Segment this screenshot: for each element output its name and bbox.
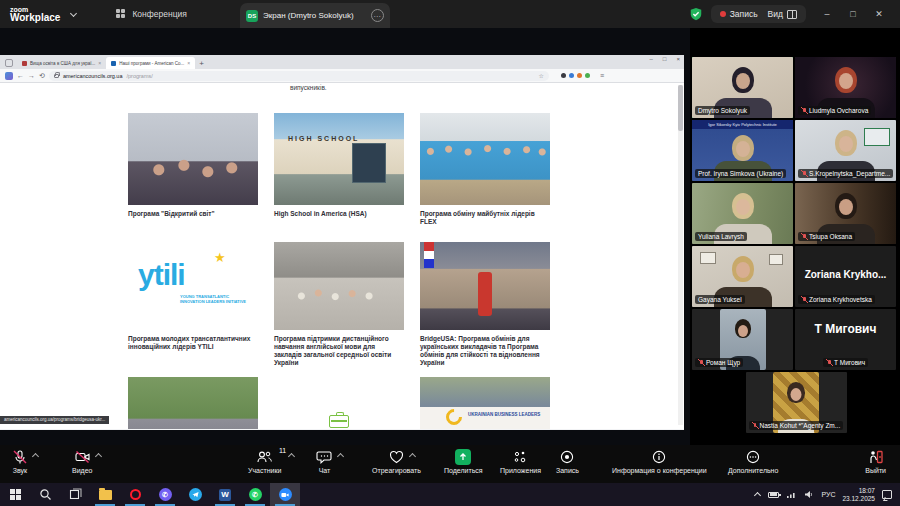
- maximize-button[interactable]: □: [840, 0, 866, 28]
- audio-options-chevron[interactable]: [32, 452, 39, 459]
- tab-conference[interactable]: Конференция: [116, 9, 186, 19]
- video-options-chevron[interactable]: [95, 452, 102, 459]
- program-card-internships[interactable]: Exchanges to Internships: [274, 377, 404, 429]
- webpage-content: випускників. Програма "Відкритий світ" H…: [0, 83, 684, 429]
- record-button[interactable]: Запись: [556, 448, 579, 474]
- taskbar-clock[interactable]: 18:07 23.12.2025: [842, 487, 875, 503]
- more-button[interactable]: Дополнительно: [728, 448, 778, 474]
- task-view-icon: [69, 488, 82, 501]
- tab1-close-icon[interactable]: ×: [98, 60, 101, 66]
- taskbar-word[interactable]: W: [210, 483, 240, 506]
- browser-minimize-button[interactable]: –: [650, 56, 653, 62]
- taskbar-telegram[interactable]: [180, 483, 210, 506]
- meeting-info-button[interactable]: Информация о конференции: [612, 448, 707, 474]
- participant-tile-yuliana[interactable]: Yuliana Lavrysh: [692, 183, 793, 244]
- whatsapp-icon: ✆: [249, 488, 262, 501]
- battery-icon[interactable]: [768, 492, 779, 498]
- taskbar-search-button[interactable]: [30, 483, 60, 506]
- tab-options-icon[interactable]: ...: [371, 9, 384, 22]
- react-options-chevron[interactable]: [409, 452, 416, 459]
- network-icon[interactable]: [786, 490, 797, 499]
- tab1-favicon: [22, 61, 27, 66]
- program-card-english-support[interactable]: Програма підтримки дистанційного навчанн…: [274, 242, 404, 367]
- participant-tile-mygovych[interactable]: Т Мигович Т Мигович: [795, 309, 896, 370]
- participant-tile-kropelnytska[interactable]: S.Kropelnytska_Departme...: [795, 120, 896, 181]
- search-icon: [39, 488, 52, 501]
- notification-center-icon[interactable]: [882, 490, 892, 499]
- new-tab-button[interactable]: +: [199, 59, 204, 68]
- chat-options-chevron[interactable]: [337, 452, 344, 459]
- taskbar-whatsapp[interactable]: ✆: [240, 483, 270, 506]
- taskbar-file-explorer[interactable]: [90, 483, 120, 506]
- browser-maximize-button[interactable]: □: [663, 56, 667, 62]
- participants-button[interactable]: 11 Участники: [248, 448, 281, 474]
- program-card-outdoor[interactable]: [128, 377, 258, 429]
- tab2-favicon: [111, 61, 116, 66]
- close-button[interactable]: ✕: [866, 0, 892, 28]
- react-button[interactable]: Отреагировать: [372, 448, 421, 474]
- browser-tab-2-active[interactable]: Наші програми - American Co... ×: [106, 57, 195, 69]
- reload-button[interactable]: ⟲: [39, 72, 45, 79]
- browser-tab-1[interactable]: Вища освіта в США для украї... ×: [17, 57, 106, 69]
- firefox-view-icon[interactable]: [5, 72, 13, 80]
- security-shield-icon[interactable]: [689, 7, 703, 21]
- audio-button[interactable]: Звук: [12, 448, 28, 474]
- link-status-tooltip: americancouncils.org.ua/programs/bridgeu…: [0, 416, 109, 424]
- address-bar[interactable]: americancouncils.org.ua /programs/ ☆: [49, 71, 549, 81]
- participant-tile-zoriana[interactable]: Zoriana Krykho... Zoriana Krykhovetska: [795, 246, 896, 307]
- extension-icon[interactable]: [561, 73, 566, 78]
- forward-button[interactable]: →: [28, 72, 35, 79]
- program-card-open-world[interactable]: Програма "Відкритий світ": [128, 113, 258, 226]
- language-indicator[interactable]: РУС: [821, 491, 835, 498]
- taskbar-zoom[interactable]: [270, 483, 300, 506]
- participant-tile-tsiupa[interactable]: Tsiupa Oksana: [795, 183, 896, 244]
- taskbar-viber[interactable]: ✆: [150, 483, 180, 506]
- chat-button[interactable]: Чат: [316, 448, 333, 474]
- extension-icon[interactable]: [577, 73, 582, 78]
- participant-tile-dmytro[interactable]: Dmytro Sokolyuk: [692, 57, 793, 118]
- recording-indicator[interactable]: Запись: [720, 9, 758, 19]
- program-card-flex[interactable]: Програма обміну майбутніх лідерів FLEX: [420, 113, 550, 226]
- extension-icons[interactable]: [561, 73, 590, 78]
- participant-tile-liudmyla[interactable]: Liudmyla Ovcharova: [795, 57, 896, 118]
- browser-app-icon: [5, 59, 13, 67]
- extension-icon[interactable]: [569, 73, 574, 78]
- taskbar-opera[interactable]: [120, 483, 150, 506]
- page-scrollbar[interactable]: [678, 85, 683, 425]
- card-logo-ytili: ytili ★ YOUNG TRANSATLANTIC INNOVATION L…: [128, 242, 258, 330]
- minimize-button[interactable]: –: [814, 0, 840, 28]
- program-card-ytili[interactable]: ytili ★ YOUNG TRANSATLANTIC INNOVATION L…: [128, 242, 258, 367]
- card-logo-ubl: UKRAINIAN BUSINESS LEADERS: [420, 377, 550, 429]
- record-dot-icon: [720, 11, 726, 17]
- leave-button[interactable]: Выйти: [865, 448, 886, 474]
- windows-logo-icon: [10, 489, 21, 500]
- menu-hamburger-icon[interactable]: ≡: [600, 72, 604, 79]
- zoom-workplace-logo: zoom Workplace: [10, 6, 60, 23]
- back-button[interactable]: ←: [17, 72, 24, 79]
- scrollbar-thumb[interactable]: [678, 85, 683, 131]
- extension-icon[interactable]: [585, 73, 590, 78]
- program-card-bridgeusa[interactable]: BridgeUSA: Програма обмінів для українсь…: [420, 242, 550, 367]
- apps-button[interactable]: Приложения: [500, 448, 541, 474]
- chevron-down-icon[interactable]: [70, 10, 78, 18]
- tray-expand-icon[interactable]: [754, 491, 761, 498]
- bookmark-star-icon[interactable]: ☆: [538, 72, 543, 79]
- participant-tile-iryna[interactable]: Igor Sikorsky Kyiv Polytechnic Institute…: [692, 120, 793, 181]
- participant-tile-nastia[interactable]: Nastia Kohut *"Agenty Zm...: [746, 372, 847, 433]
- program-card-hsa[interactable]: HIGH SCHOOL High School in America (HSA): [274, 113, 404, 226]
- video-button[interactable]: Видео: [72, 448, 92, 474]
- program-card-ubl[interactable]: UKRAINIAN BUSINESS LEADERS: [420, 377, 550, 429]
- task-view-button[interactable]: [60, 483, 90, 506]
- start-button[interactable]: [0, 483, 30, 506]
- participant-tile-roman[interactable]: Роман Щур: [692, 309, 793, 370]
- browser-close-button[interactable]: ×: [676, 56, 680, 62]
- volume-icon[interactable]: [804, 490, 814, 499]
- word-icon: W: [219, 489, 231, 501]
- share-button[interactable]: Поделиться: [444, 448, 483, 474]
- tab2-close-icon[interactable]: ×: [187, 60, 190, 66]
- participants-options-chevron[interactable]: [288, 452, 295, 459]
- participant-tile-gayana[interactable]: Gayana Yuksel: [692, 246, 793, 307]
- shared-browser-window: Вища освіта в США для украї... × Наші пр…: [0, 55, 684, 430]
- view-button[interactable]: Вид: [768, 9, 797, 19]
- tab-screen-share[interactable]: DS Экран (Dmytro Sokolyuk) ...: [240, 3, 390, 28]
